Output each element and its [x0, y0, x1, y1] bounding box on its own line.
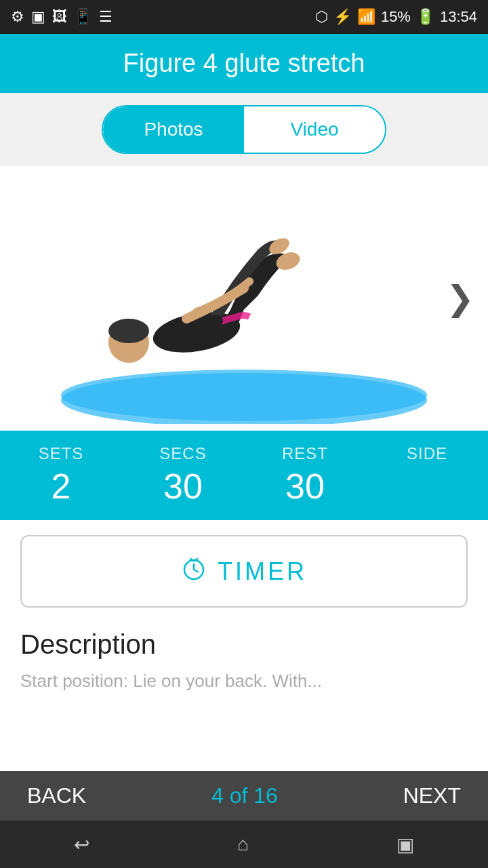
phone-icon: 📱 — [74, 8, 92, 26]
page-title: Figure 4 glute stretch — [14, 49, 474, 78]
description-heading: Description — [20, 629, 468, 660]
status-bar: ⚙ ▣ 🖼 📱 ☰ ⬡ ⚡ 📶 15% 🔋 13:54 — [0, 0, 488, 34]
sets-value: 2 — [0, 466, 122, 507]
sets-label: SETS — [0, 444, 122, 463]
tab-bar: Photos Video — [0, 93, 488, 166]
status-icons: ⚙ ▣ 🖼 📱 ☰ — [11, 8, 113, 26]
svg-point-4 — [108, 319, 149, 343]
secs-value: 30 — [122, 466, 244, 507]
person-figure — [61, 200, 346, 403]
status-right: ⬡ ⚡ 📶 15% 🔋 13:54 — [315, 8, 477, 26]
tab-toggle: Photos Video — [102, 105, 386, 154]
android-nav-bar: ↩ ⌂ ▣ — [0, 821, 488, 868]
rest-label: REST — [244, 444, 366, 463]
app-header: Figure 4 glute stretch — [0, 34, 488, 93]
bottom-nav-bar: BACK 4 of 16 NEXT — [0, 771, 488, 821]
tab-photos[interactable]: Photos — [103, 106, 244, 153]
stats-bar: SETS 2 SECS 30 REST 30 SIDE — [0, 431, 488, 520]
description-text: Start position: Lie on your back. With..… — [20, 668, 468, 694]
stat-secs: SECS 30 — [122, 444, 244, 507]
secs-label: SECS — [122, 444, 244, 463]
battery-icon: 🔋 — [416, 8, 434, 26]
tab-video[interactable]: Video — [244, 106, 385, 153]
image-icon: 🖼 — [52, 8, 67, 26]
home-android-button[interactable]: ⌂ — [237, 833, 249, 855]
stat-sets: SETS 2 — [0, 444, 122, 507]
settings-icon: ⚙ — [11, 8, 24, 26]
next-image-chevron[interactable]: ❯ — [446, 279, 474, 318]
progress-indicator: 4 of 16 — [211, 783, 278, 808]
description-section: Description Start position: Lie on your … — [0, 623, 488, 708]
timer-section: TIMER — [0, 520, 488, 623]
side-label: SIDE — [366, 444, 488, 463]
timer-label: TIMER — [218, 557, 307, 586]
wifi-icon: ⚡ — [333, 8, 352, 26]
bluetooth-icon: ⬡ — [315, 8, 328, 26]
next-button[interactable]: NEXT — [403, 783, 461, 808]
exercise-image-area: ❯ — [0, 166, 488, 431]
recents-android-button[interactable]: ▣ — [396, 833, 414, 856]
menu-icon: ☰ — [99, 8, 113, 26]
back-android-button[interactable]: ↩ — [74, 833, 89, 856]
timer-icon — [181, 555, 207, 587]
sim-icon: ▣ — [31, 8, 45, 26]
battery-percent: 15% — [381, 8, 411, 26]
stat-side: SIDE — [366, 444, 488, 507]
rest-value: 30 — [244, 466, 366, 507]
svg-line-9 — [194, 570, 198, 572]
signal-icon: 📶 — [357, 8, 375, 26]
timer-button[interactable]: TIMER — [20, 535, 468, 608]
time: 13:54 — [440, 8, 477, 26]
stat-rest: REST 30 — [244, 444, 366, 507]
back-button[interactable]: BACK — [27, 783, 86, 808]
